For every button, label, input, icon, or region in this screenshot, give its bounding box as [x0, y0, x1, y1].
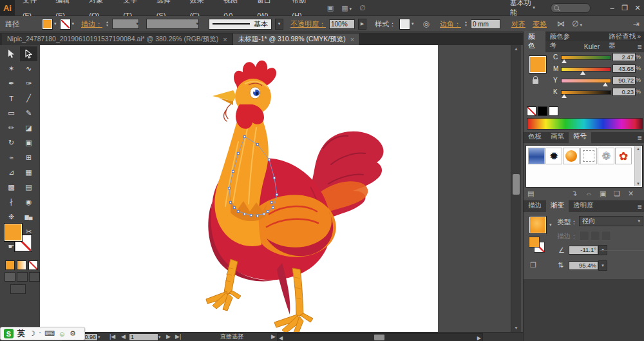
tab-document-1[interactable]: Nipic_24787180_20190610191537190084.ai* …: [2, 34, 233, 45]
tab-symbols[interactable]: 符号: [569, 131, 591, 143]
perspective-grid-tool[interactable]: ⊿: [3, 165, 20, 180]
eraser-tool[interactable]: ◪: [20, 121, 37, 135]
tab-stroke[interactable]: 描边: [524, 200, 546, 212]
pen-tool[interactable]: ✒: [3, 76, 20, 91]
last-artboard-icon[interactable]: ▶|: [175, 333, 181, 341]
banner-symbol[interactable]: [528, 148, 545, 164]
draw-inside-button[interactable]: [29, 272, 40, 282]
lasso-tool[interactable]: ∿: [20, 61, 37, 76]
panel-menu-icon[interactable]: ≣: [637, 44, 642, 50]
magenta-slider[interactable]: [561, 67, 611, 72]
ime-language-label[interactable]: 英: [17, 328, 25, 339]
ratio-dropdown-button[interactable]: ▾: [598, 260, 607, 271]
corner-field[interactable]: [471, 19, 500, 29]
color-button[interactable]: [5, 260, 15, 270]
ime-toolbar[interactable]: S 英 ☽ ’ ⌨ ☺ ⚙: [0, 327, 85, 340]
delete-symbol-icon[interactable]: ✕: [628, 190, 634, 198]
symbol-libraries-icon[interactable]: ▤: [527, 190, 534, 198]
reverse-gradient-icon[interactable]: ❐: [530, 261, 536, 269]
recolor-artwork-icon[interactable]: ◎: [421, 19, 431, 28]
vertical-scroll-thumb[interactable]: [513, 174, 520, 195]
canvas-area[interactable]: ▲ ▼: [40, 45, 523, 332]
align-art-icon[interactable]: ⋈: [555, 19, 567, 28]
daisy-symbol[interactable]: ✿: [615, 148, 632, 164]
bridge-icon[interactable]: ▣: [323, 4, 337, 12]
symbol-options-icon[interactable]: ▣: [600, 190, 606, 198]
wrench-icon[interactable]: ⚙: [70, 329, 76, 338]
panel-menu-icon[interactable]: ≣: [637, 135, 642, 141]
gradient-angle-field[interactable]: -11.1°: [569, 246, 598, 255]
selection-tool[interactable]: [3, 46, 20, 61]
zoom-dropdown-icon[interactable]: ▾: [98, 333, 100, 341]
tab-swatches[interactable]: 色板: [524, 131, 546, 143]
stroke-within-button[interactable]: [579, 231, 589, 240]
lock-icon[interactable]: [533, 79, 538, 84]
cyan-value[interactable]: 2.47: [612, 53, 636, 61]
blob-brush-tool[interactable]: ✑: [20, 76, 37, 91]
tab-brushes[interactable]: 画笔: [546, 131, 569, 143]
style-swatch-button[interactable]: ▾: [399, 19, 414, 30]
stroke-along-button[interactable]: [590, 231, 600, 240]
gradient-ratio-field[interactable]: 95.4%: [569, 261, 598, 270]
draw-behind-button[interactable]: [17, 272, 28, 282]
screen-mode-button[interactable]: [10, 284, 26, 295]
new-symbol-icon[interactable]: ❏: [614, 190, 620, 198]
restore-button[interactable]: ❐: [618, 4, 631, 12]
rectangle-tool[interactable]: ▭: [3, 106, 20, 121]
stroke-weight-link[interactable]: 描边：: [81, 19, 102, 29]
corner-stepper[interactable]: ▲ ▼: [464, 21, 468, 27]
stroke-weight-dropdown[interactable]: ▾: [112, 19, 139, 29]
yellow-value[interactable]: 90.72: [612, 76, 636, 84]
scroll-right-icon[interactable]: ▶: [477, 334, 481, 341]
close-icon[interactable]: ×: [223, 35, 227, 43]
opacity-link[interactable]: 不透明度：: [290, 19, 326, 29]
first-artboard-icon[interactable]: |◀: [109, 333, 115, 341]
symbols-scrollbar[interactable]: ▲ ▼: [634, 146, 641, 186]
align-link[interactable]: 对齐: [511, 19, 526, 29]
black-value[interactable]: 0.23: [612, 88, 636, 96]
tab-document-2[interactable]: 未标题-1* @ 310.98% (CMYK/预览) ×: [233, 34, 360, 45]
horizontal-scrollbar[interactable]: ◀ ▶: [277, 333, 483, 341]
scroll-down-icon[interactable]: ▼: [511, 324, 521, 332]
brush-chevron-button[interactable]: ▾: [275, 19, 283, 30]
close-button[interactable]: ✕: [631, 4, 644, 12]
moon-icon[interactable]: ☽: [29, 329, 35, 338]
status-expand-icon[interactable]: ▶: [271, 333, 276, 341]
magenta-value[interactable]: 43.68: [612, 64, 636, 73]
isolate-selected-icon[interactable]: ∅▾: [570, 19, 584, 28]
pattern-tool[interactable]: ▩: [3, 180, 20, 195]
tab-kuler[interactable]: Kuler: [580, 41, 605, 52]
corner-link[interactable]: 边角：: [440, 19, 461, 29]
eyedropper-tool[interactable]: ∤: [3, 195, 20, 209]
ink-splat-symbol[interactable]: ✹: [545, 148, 562, 164]
draw-normal-button[interactable]: [5, 272, 15, 282]
artboard[interactable]: [40, 45, 438, 332]
place-symbol-icon[interactable]: ↴: [571, 190, 577, 198]
brush-definition-dropdown[interactable]: 基本: [209, 19, 272, 30]
cyan-slider[interactable]: [561, 55, 611, 60]
punctuation-icon[interactable]: ’: [39, 331, 41, 337]
panel-menu-icon[interactable]: ≣: [637, 204, 642, 210]
transform-link[interactable]: 变换: [533, 19, 547, 29]
tab-transparency[interactable]: 透明度: [569, 200, 598, 212]
scroll-up-icon[interactable]: ▲: [511, 45, 521, 53]
free-transform-tool[interactable]: ▣: [20, 135, 37, 150]
line-segment-tool[interactable]: ╱: [20, 91, 37, 106]
pencil-tool[interactable]: ✏: [3, 121, 20, 135]
magic-wand-tool[interactable]: ✶: [3, 61, 20, 76]
workspace-switcher[interactable]: 基本功能: [510, 0, 532, 17]
stroke-weight-stepper[interactable]: ▲ ▼: [106, 21, 109, 27]
symbol-sprayer-tool[interactable]: ❉: [3, 209, 20, 224]
keyboard-icon[interactable]: ⌨: [44, 329, 55, 338]
gradient-swatch[interactable]: [529, 216, 547, 234]
none-button[interactable]: [28, 260, 38, 270]
sogou-logo[interactable]: S: [4, 329, 14, 338]
opacity-expand-button[interactable]: ▶: [358, 19, 366, 30]
opacity-field[interactable]: [329, 19, 355, 29]
stroke-color-button[interactable]: ▾: [60, 19, 75, 30]
mini-fill-swatch[interactable]: [529, 237, 540, 248]
sphere-symbol[interactable]: [563, 148, 580, 164]
collapse-control-bar-icon[interactable]: ⇥: [631, 19, 641, 28]
none-swatch[interactable]: [527, 106, 536, 116]
person-icon[interactable]: ☺: [59, 330, 66, 338]
